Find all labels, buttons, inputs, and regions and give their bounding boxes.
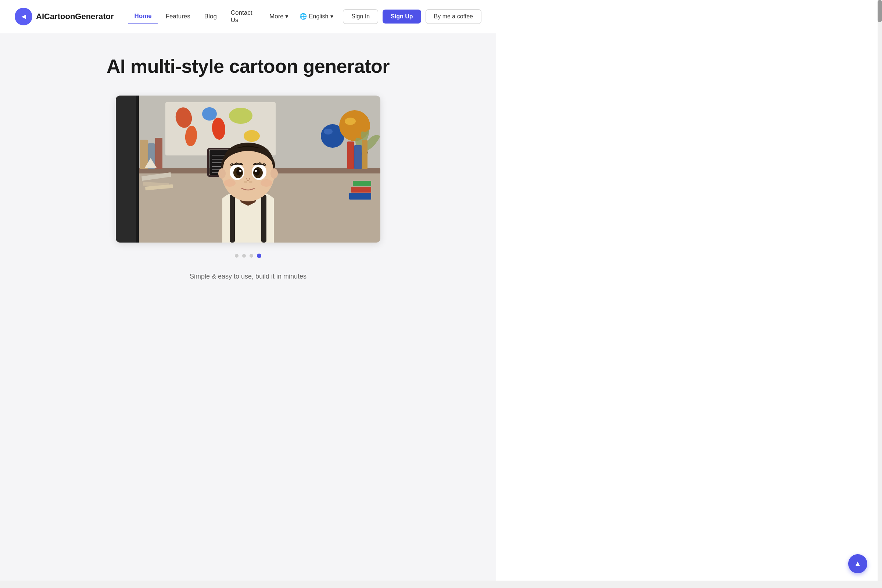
nav-features[interactable]: Features bbox=[160, 10, 196, 23]
carousel-dot-3[interactable] bbox=[249, 254, 253, 258]
cartoon-illustration bbox=[116, 96, 380, 243]
svg-point-10 bbox=[229, 108, 252, 124]
svg-point-48 bbox=[239, 170, 242, 172]
nav-contact[interactable]: Contact Us bbox=[225, 6, 261, 27]
svg-rect-4 bbox=[136, 96, 139, 243]
svg-rect-39 bbox=[230, 195, 235, 243]
logo-link[interactable]: ◂ AICartoonGenerator bbox=[15, 8, 114, 26]
bottom-bar bbox=[0, 580, 496, 588]
language-selector[interactable]: 🌐 English ▾ bbox=[294, 10, 339, 23]
carousel-dot-2[interactable] bbox=[242, 254, 246, 258]
svg-point-15 bbox=[345, 118, 356, 125]
svg-point-56 bbox=[261, 179, 272, 187]
signin-button[interactable]: Sign In bbox=[343, 9, 378, 24]
logo-icon: ◂ bbox=[15, 8, 32, 26]
nav-more[interactable]: More ▾ bbox=[264, 9, 294, 23]
svg-point-11 bbox=[244, 130, 260, 142]
hero-title: AI multi-style cartoon generator bbox=[8, 55, 489, 77]
svg-point-55 bbox=[224, 179, 236, 187]
svg-rect-3 bbox=[116, 96, 136, 243]
svg-rect-24 bbox=[362, 140, 368, 169]
nav-blog[interactable]: Blog bbox=[198, 10, 223, 23]
svg-rect-20 bbox=[155, 138, 162, 169]
svg-point-13 bbox=[324, 129, 333, 135]
navbar: ◂ AICartoonGenerator Home Features Blog … bbox=[0, 0, 496, 33]
carousel-container: Simple & easy to use, build it in minute… bbox=[8, 96, 489, 280]
main-content: AI multi-style cartoon generator bbox=[0, 33, 496, 588]
carousel-image bbox=[116, 96, 380, 243]
nav-right-actions: 🌐 English ▾ Sign In Sign Up By me a coff… bbox=[294, 9, 482, 24]
svg-point-43 bbox=[218, 168, 226, 178]
svg-point-47 bbox=[236, 168, 242, 176]
svg-point-51 bbox=[254, 168, 260, 176]
svg-rect-25 bbox=[349, 193, 371, 200]
logo-text: AICartoonGenerator bbox=[36, 12, 114, 21]
chevron-down-icon: ▾ bbox=[285, 12, 288, 20]
chevron-down-icon: ▾ bbox=[330, 13, 333, 20]
svg-point-54 bbox=[249, 181, 252, 183]
svg-point-52 bbox=[255, 170, 257, 172]
globe-icon: 🌐 bbox=[300, 13, 307, 20]
bottom-hint: Simple & easy to use, build it in minute… bbox=[190, 273, 306, 280]
svg-rect-26 bbox=[351, 187, 371, 193]
svg-rect-23 bbox=[354, 145, 362, 169]
carousel-dot-1[interactable] bbox=[235, 254, 238, 258]
coffee-button[interactable]: By me a coffee bbox=[426, 9, 482, 24]
nav-home[interactable]: Home bbox=[128, 9, 157, 24]
nav-links: Home Features Blog Contact Us More ▾ bbox=[128, 6, 294, 27]
svg-point-44 bbox=[270, 168, 278, 178]
svg-point-53 bbox=[244, 181, 248, 183]
carousel-dots bbox=[235, 254, 261, 258]
svg-rect-18 bbox=[140, 140, 148, 169]
svg-rect-22 bbox=[347, 141, 354, 169]
carousel-dot-4[interactable] bbox=[257, 254, 261, 258]
signup-button[interactable]: Sign Up bbox=[382, 9, 421, 24]
svg-rect-40 bbox=[261, 195, 266, 243]
svg-rect-27 bbox=[353, 181, 371, 186]
svg-point-8 bbox=[202, 107, 217, 120]
